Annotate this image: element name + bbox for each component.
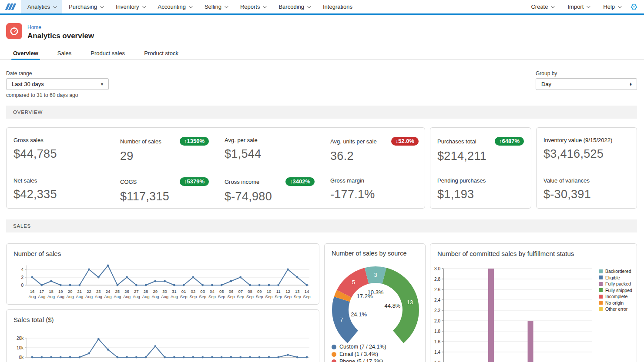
analytics-gauge-icon xyxy=(6,23,22,39)
metric-purchases-total: Purchases total ↑6487% $214,211 xyxy=(430,128,531,168)
svg-text:24: 24 xyxy=(106,289,111,294)
import-menu[interactable]: Import xyxy=(560,3,596,10)
svg-text:Aug: Aug xyxy=(67,294,74,299)
breadcrumb: Home xyxy=(27,23,94,31)
svg-text:10.3%: 10.3% xyxy=(368,289,384,296)
group-by-select[interactable]: Day ▲▼ xyxy=(536,78,637,90)
nav-barcoding[interactable]: Barcoding xyxy=(272,0,316,13)
svg-text:5: 5 xyxy=(352,279,355,286)
metric-gross-sales: Gross sales $44,785 xyxy=(7,128,113,168)
tab-bar: Overview Sales Product sales Product sto… xyxy=(0,48,644,60)
legend-dot-icon xyxy=(332,359,336,362)
svg-text:2: 2 xyxy=(21,275,23,280)
legend-item: Phone (5 / 17.2%) xyxy=(332,359,393,362)
svg-text:03: 03 xyxy=(200,289,205,294)
svg-text:Sep: Sep xyxy=(227,294,235,299)
analytics-dashboard: Analytics Purchasing Inventory Accountin… xyxy=(0,0,644,362)
nav-inventory[interactable]: Inventory xyxy=(109,0,151,13)
donut-legend: Custom (7 / 24.1%)Email (1 / 3.4%)Phone … xyxy=(332,344,393,362)
svg-text:1.6: 1.6 xyxy=(434,339,440,344)
legend-square-icon xyxy=(599,269,603,273)
chart-title: Number of sales xyxy=(13,250,61,257)
svg-text:28: 28 xyxy=(144,289,148,294)
nav-purchasing[interactable]: Purchasing xyxy=(62,0,109,13)
section-sales: SALES xyxy=(6,219,637,232)
svg-text:14: 14 xyxy=(305,289,309,294)
tab-overview[interactable]: Overview xyxy=(11,48,40,59)
legend-square-icon xyxy=(599,295,603,299)
svg-text:2.0: 2.0 xyxy=(434,319,440,323)
svg-text:18: 18 xyxy=(49,289,54,294)
nav-right-menu: Create Import Help ⚙ xyxy=(524,0,644,13)
svg-text:07: 07 xyxy=(238,289,243,294)
metric-cogs: COGS ↑5379% $117,315 xyxy=(113,168,218,209)
svg-text:Aug: Aug xyxy=(95,294,102,299)
nav-reports[interactable]: Reports xyxy=(234,0,272,13)
svg-text:23: 23 xyxy=(96,289,101,294)
main-menu: Analytics Purchasing Inventory Accountin… xyxy=(21,0,359,13)
help-menu[interactable]: Help xyxy=(596,3,627,10)
gear-icon[interactable]: ⚙ xyxy=(630,3,638,11)
svg-text:10k: 10k xyxy=(17,345,24,350)
svg-text:13: 13 xyxy=(295,289,300,294)
tab-product-sales[interactable]: Product sales xyxy=(89,48,127,59)
legend-square-icon xyxy=(599,301,603,305)
svg-text:Sep: Sep xyxy=(218,294,225,299)
svg-text:1.2: 1.2 xyxy=(434,360,440,362)
chart-title: Number of committed sales by fulfillment… xyxy=(437,250,574,257)
tab-product-stock[interactable]: Product stock xyxy=(142,48,180,59)
chart-title: Number of sales by source xyxy=(332,250,406,257)
svg-text:Aug: Aug xyxy=(29,294,36,299)
metric-inventory-value: Inventory value (9/15/2022) $3,416,525 xyxy=(537,128,637,168)
svg-text:Sep: Sep xyxy=(208,294,216,299)
svg-text:Sep: Sep xyxy=(303,294,311,299)
page-title: Analytics overview xyxy=(27,32,94,40)
svg-text:Aug: Aug xyxy=(142,294,150,299)
change-badge-up: ↑6487% xyxy=(495,137,524,146)
svg-text:1.8: 1.8 xyxy=(434,329,440,334)
svg-text:25: 25 xyxy=(115,289,120,294)
chart-title: Sales total ($) xyxy=(13,316,54,323)
sales-by-source-donut-chart: 724.1%517.2%310.3%1344.8% xyxy=(325,244,425,343)
chevron-down-icon xyxy=(551,4,555,8)
change-badge-up: ↑3402% xyxy=(285,177,315,186)
legend-item: Backordered xyxy=(599,269,632,274)
tab-sales[interactable]: Sales xyxy=(56,48,74,59)
top-nav: Analytics Purchasing Inventory Accountin… xyxy=(0,0,644,15)
legend-item: Fully shipped xyxy=(599,288,632,293)
breadcrumb-home-link[interactable]: Home xyxy=(27,24,41,30)
svg-text:19: 19 xyxy=(58,289,63,294)
svg-text:Aug: Aug xyxy=(57,294,64,299)
create-menu[interactable]: Create xyxy=(524,3,560,10)
svg-text:2.4: 2.4 xyxy=(434,298,440,302)
svg-text:30: 30 xyxy=(162,289,167,294)
date-range-select[interactable]: Last 30 days ▼ xyxy=(6,78,109,90)
group-by-label: Group by xyxy=(536,70,557,76)
fulfillment-status-chart-card: 3.02.82.62.42.22.01.81.61.41.2 Number of… xyxy=(430,243,637,362)
change-badge-up: ↑1350% xyxy=(180,137,209,146)
svg-text:Sep: Sep xyxy=(199,294,206,299)
page-header: Home Analytics overview xyxy=(6,23,94,40)
nav-analytics[interactable]: Analytics xyxy=(21,0,62,13)
svg-text:Aug: Aug xyxy=(161,294,168,299)
legend-square-icon xyxy=(599,276,603,279)
svg-text:08: 08 xyxy=(248,289,252,294)
chevron-down-icon xyxy=(100,4,104,8)
app-logo-icon[interactable] xyxy=(0,0,21,13)
nav-accounting[interactable]: Accounting xyxy=(151,0,198,13)
svg-text:2.6: 2.6 xyxy=(434,287,440,292)
svg-text:20: 20 xyxy=(68,289,73,294)
nav-integrations[interactable]: Integrations xyxy=(316,0,359,13)
metric-net-sales: Net sales $42,335 xyxy=(7,168,113,209)
svg-text:Aug: Aug xyxy=(133,294,140,299)
nav-selling[interactable]: Selling xyxy=(198,0,234,13)
svg-text:22: 22 xyxy=(87,289,91,294)
svg-text:Aug: Aug xyxy=(47,294,55,299)
legend-item: Fully packed xyxy=(599,281,632,286)
legend-square-icon xyxy=(599,282,603,286)
svg-text:Sep: Sep xyxy=(189,294,197,299)
chevron-down-icon xyxy=(307,4,311,8)
svg-text:Sep: Sep xyxy=(237,294,244,299)
svg-text:27: 27 xyxy=(134,289,139,294)
svg-text:09: 09 xyxy=(257,289,262,294)
